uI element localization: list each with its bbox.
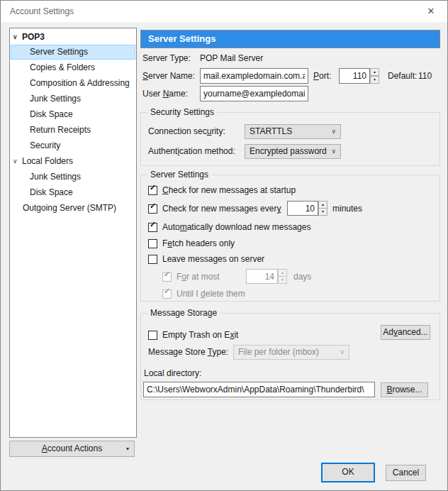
check-icon: ✓	[150, 202, 156, 211]
chevron-down-icon[interactable]: ∨	[13, 153, 21, 169]
message-store-type-select: File per folder (mbox) ∨	[233, 345, 349, 360]
chevron-down-icon: ∨	[340, 346, 345, 359]
sidebar-item-outgoing-server[interactable]: Outgoing Server (SMTP)	[10, 200, 136, 216]
server-settings-legend: Server Settings	[147, 170, 211, 180]
server-type-label: Server Type:	[142, 50, 191, 66]
sidebar-item-disk-space[interactable]: Disk Space	[10, 106, 136, 122]
sidebar-item-local-junk-settings[interactable]: Junk Settings	[10, 169, 136, 184]
check-every-minutes-input[interactable]	[287, 201, 318, 216]
checkbox-until-delete: ✓	[162, 289, 172, 299]
server-type-value: POP Mail Server	[200, 50, 263, 66]
spin-down-icon: ▼	[278, 276, 287, 284]
days-label: days	[293, 270, 311, 285]
check-at-startup-label: Check for new messages at startup	[162, 183, 296, 199]
for-at-most-label: For at most	[177, 270, 220, 285]
check-icon: ✓	[164, 270, 170, 279]
title-bar: Account Settings ✕	[1, 1, 447, 22]
auto-download-label: Automatically download new messages	[162, 220, 310, 236]
chevron-down-icon: ∨	[331, 145, 336, 158]
check-every-label: Check for new messages every	[162, 202, 281, 217]
security-settings-legend: Security Settings	[147, 107, 217, 118]
user-name-label: User Name:	[142, 86, 188, 101]
connection-security-label: Connection security:	[148, 124, 225, 140]
sidebar-item-server-settings[interactable]: Server Settings	[11, 45, 135, 60]
minutes-spinner[interactable]: ▲ ▼	[318, 201, 327, 216]
close-icon[interactable]: ✕	[416, 1, 446, 22]
security-settings-group: Security Settings Connection security: S…	[140, 112, 440, 166]
sidebar-item-junk-settings[interactable]: Junk Settings	[10, 91, 136, 106]
port-label: Port:	[313, 68, 331, 84]
message-storage-legend: Message Storage	[147, 308, 220, 319]
cancel-button[interactable]: Cancel	[386, 465, 426, 481]
sidebar-item-security[interactable]: Security	[10, 138, 136, 153]
sidebar-item-local-folders[interactable]: ∨ Local Folders	[10, 153, 136, 169]
port-input[interactable]	[339, 68, 370, 84]
message-store-type-label: Message Store Type:	[148, 345, 228, 360]
authentication-method-label: Authentication method:	[148, 144, 235, 160]
authentication-method-select[interactable]: Encrypted password ∨	[245, 144, 341, 159]
checkbox-check-every[interactable]: ✓	[148, 204, 157, 214]
checkbox-leave-messages[interactable]	[148, 255, 157, 264]
checkbox-fetch-headers[interactable]	[148, 239, 157, 248]
account-tree: ∨ POP3 Server Settings Copies & Folders …	[9, 28, 137, 438]
advanced-button[interactable]: Advanced...	[381, 325, 430, 340]
sidebar-item-local-disk-space[interactable]: Disk Space	[10, 184, 136, 200]
spin-down-icon[interactable]: ▼	[318, 208, 327, 216]
minutes-label: minutes	[332, 202, 362, 217]
connection-security-select[interactable]: STARTTLS ∨	[245, 124, 341, 139]
sidebar-item-return-receipts[interactable]: Return Receipts	[10, 122, 136, 138]
until-delete-label: Until I delete them	[177, 287, 245, 302]
window-title: Account Settings	[10, 1, 74, 22]
checkbox-for-at-most: ✓	[162, 272, 172, 282]
port-default-value: 110	[418, 68, 432, 84]
spin-up-icon[interactable]: ▲	[370, 68, 379, 76]
ok-button[interactable]: OK	[321, 463, 375, 482]
chevron-down-icon: ∨	[331, 125, 336, 138]
fetch-headers-label: Fetch headers only	[162, 236, 235, 252]
server-name-input[interactable]	[200, 68, 308, 84]
user-name-input[interactable]	[200, 86, 308, 101]
browse-button[interactable]: Browse...	[381, 382, 428, 397]
checkbox-empty-trash[interactable]	[148, 331, 157, 340]
sidebar-item-copies-folders[interactable]: Copies & Folders	[10, 60, 136, 75]
page-title: Server Settings	[140, 30, 440, 48]
check-icon: ✓	[164, 287, 170, 296]
local-directory-label: Local directory:	[144, 366, 201, 382]
chevron-down-icon[interactable]: ∨	[13, 29, 21, 45]
check-icon: ✓	[150, 220, 156, 229]
checkbox-auto-download[interactable]: ✓	[148, 223, 157, 232]
check-icon: ✓	[150, 183, 156, 192]
account-actions-button[interactable]: Account Actions ▾	[9, 441, 135, 457]
server-name-label: Server Name:	[142, 68, 195, 84]
for-at-most-days-input	[246, 269, 278, 284]
port-spinner[interactable]: ▲ ▼	[370, 68, 379, 84]
checkbox-check-at-startup[interactable]: ✓	[148, 186, 157, 195]
server-settings-group: Server Settings ✓ Check for new messages…	[140, 175, 440, 302]
spin-down-icon[interactable]: ▼	[370, 76, 379, 84]
days-spinner: ▲ ▼	[278, 269, 287, 284]
caret-down-icon: ▾	[126, 441, 129, 456]
account-settings-dialog: { "icons": { "close": "✕", "tree_chevron…	[0, 0, 448, 491]
message-storage-group: Message Storage Empty Trash on Exit Adva…	[140, 313, 440, 400]
sidebar-item-composition-addressing[interactable]: Composition & Addressing	[10, 75, 136, 91]
port-default-label: Default:	[388, 68, 417, 84]
local-directory-input[interactable]	[143, 382, 375, 397]
leave-messages-label: Leave messages on server	[162, 252, 264, 267]
empty-trash-label: Empty Trash on Exit	[162, 328, 238, 343]
sidebar-item-pop3[interactable]: ∨ POP3	[10, 29, 136, 45]
